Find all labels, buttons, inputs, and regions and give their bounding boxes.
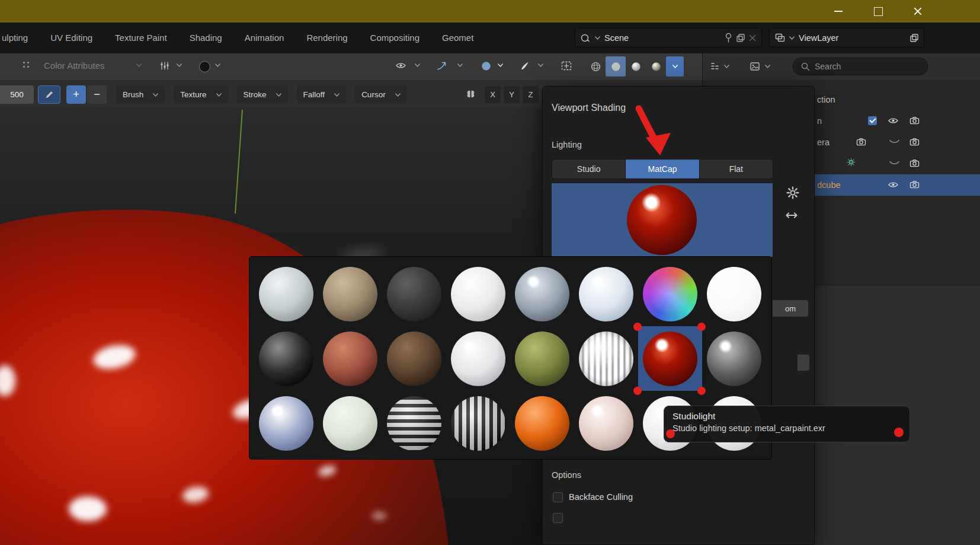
matcap-orange[interactable] xyxy=(510,391,574,455)
matcap-brick[interactable] xyxy=(318,326,382,391)
shading-solid-button[interactable] xyxy=(606,56,626,77)
chevron-down-icon[interactable] xyxy=(538,63,543,67)
annotate-button[interactable] xyxy=(38,85,60,104)
new-scene-icon[interactable] xyxy=(736,34,745,42)
matcap-brown[interactable] xyxy=(382,326,446,391)
workspace-tab-uv-editing[interactable]: UV Editing xyxy=(39,23,104,53)
matcap-soft-white[interactable] xyxy=(446,262,510,326)
maximize-icon xyxy=(874,7,883,16)
studiolight-preferences-button[interactable] xyxy=(786,186,799,199)
matcap-silver[interactable] xyxy=(254,262,318,326)
matcap-pearl-grooved[interactable] xyxy=(574,326,638,391)
falloff-options-icon[interactable] xyxy=(160,61,169,71)
matcap-dark-rim[interactable] xyxy=(254,326,318,391)
workspace-tab-animation[interactable]: Animation xyxy=(233,23,296,53)
mirror-axis-z[interactable]: Z xyxy=(523,86,539,103)
chevron-down-icon[interactable] xyxy=(177,63,182,67)
viewlayer-selector[interactable]: ViewLayer xyxy=(769,28,924,47)
matcap-carpaint-red[interactable] xyxy=(638,326,702,391)
flip-matcap-button[interactable] xyxy=(784,211,799,219)
tool-dropdown-brush[interactable]: Brush xyxy=(116,85,165,104)
matcap-normal[interactable] xyxy=(638,262,702,326)
matcap-charcoal[interactable] xyxy=(382,262,446,326)
popup-checkbox-partial[interactable] xyxy=(553,513,563,523)
matcap-flat-white[interactable] xyxy=(702,262,766,326)
chevron-down-icon[interactable] xyxy=(415,63,420,67)
eye-closed-icon[interactable] xyxy=(889,139,899,144)
window-maximize-button[interactable] xyxy=(864,0,892,23)
workspace-tab-rendering[interactable]: Rendering xyxy=(295,23,358,53)
render-region-icon[interactable] xyxy=(561,61,572,71)
wireframe-icon xyxy=(591,62,601,72)
pin-icon[interactable] xyxy=(725,33,732,43)
eye-open-icon[interactable] xyxy=(888,117,898,124)
backface-culling-checkbox[interactable] xyxy=(553,492,563,502)
matcap-preview[interactable] xyxy=(552,183,773,257)
radius-field[interactable]: 500 xyxy=(0,85,34,104)
matcap-grey-metal[interactable] xyxy=(702,326,766,391)
search-icon xyxy=(800,62,810,71)
chevron-down-icon[interactable] xyxy=(498,63,503,67)
lighting-mode-flat[interactable]: Flat xyxy=(700,160,773,179)
shading-popup-toggle[interactable] xyxy=(666,56,684,77)
unlink-scene-icon[interactable] xyxy=(749,34,756,42)
color-swatch[interactable] xyxy=(199,61,210,72)
outliner-search[interactable]: Search xyxy=(793,58,928,75)
xray-brush-icon[interactable] xyxy=(520,61,530,71)
tool-dropdown-stroke[interactable]: Stroke xyxy=(237,85,288,104)
matcap-pale-green[interactable] xyxy=(318,391,382,455)
tooltip-title: Studiolight xyxy=(672,411,901,422)
matcap-olive[interactable] xyxy=(510,326,574,391)
mirror-axis-y[interactable]: Y xyxy=(504,86,520,103)
partial-button[interactable]: om xyxy=(773,300,808,317)
camera-icon[interactable] xyxy=(909,138,920,146)
camera-icon[interactable] xyxy=(909,116,920,125)
matcap-steel[interactable] xyxy=(510,262,574,326)
chevron-down-icon[interactable] xyxy=(765,65,770,68)
tool-dropdown-cursor[interactable]: Cursor xyxy=(355,85,407,104)
scene-selector[interactable]: Scene xyxy=(575,28,762,47)
camera-icon[interactable] xyxy=(909,159,920,167)
eye-closed-icon[interactable] xyxy=(889,160,899,165)
workspace-tab-shading[interactable]: Shading xyxy=(178,23,233,53)
lighting-mode-matcap[interactable]: MatCap xyxy=(626,160,699,179)
eye-open-icon[interactable] xyxy=(888,181,898,188)
workspace-tab-ulpting[interactable]: ulpting xyxy=(0,23,39,53)
matcap-ceramic-blue[interactable] xyxy=(574,262,638,326)
matcap-ceramic-white[interactable] xyxy=(446,326,510,391)
window-close-button[interactable] xyxy=(904,0,931,23)
collection-checkbox-icon[interactable] xyxy=(868,116,877,125)
workspace-tab-geomet[interactable]: Geomet xyxy=(431,23,485,53)
tool-dropdown-texture[interactable]: Texture xyxy=(174,85,228,104)
outliner-display-icon[interactable] xyxy=(710,62,719,70)
overlays-icon[interactable] xyxy=(481,61,491,71)
matcap-clay[interactable] xyxy=(318,262,382,326)
visibility-icon[interactable] xyxy=(396,62,406,69)
partial-button-fragment[interactable] xyxy=(798,355,809,371)
gizmo-icon[interactable] xyxy=(437,61,447,71)
shading-wireframe-button[interactable] xyxy=(585,56,606,77)
shading-material-button[interactable] xyxy=(626,56,646,77)
matcap-rose[interactable] xyxy=(574,391,638,455)
mirror-axis-x[interactable]: X xyxy=(485,86,501,103)
chevron-down-icon[interactable] xyxy=(215,63,220,67)
tool-dropdown-falloff[interactable]: Falloff xyxy=(297,85,347,104)
subtract-button[interactable]: − xyxy=(87,85,107,104)
workspace-tab-compositing[interactable]: Compositing xyxy=(359,23,431,53)
chevron-down-icon[interactable] xyxy=(136,63,142,67)
matcap-blue-pearl[interactable] xyxy=(254,391,318,455)
chevron-down-icon[interactable] xyxy=(457,63,463,67)
matcap-sphere xyxy=(579,396,633,451)
lighting-mode-studio[interactable]: Studio xyxy=(552,160,626,179)
workspace-tab-texture-paint[interactable]: Texture Paint xyxy=(104,23,178,53)
add-button[interactable]: + xyxy=(66,85,86,104)
matcap-stripes-vertical[interactable] xyxy=(446,391,510,455)
matcap-stripes-horizontal[interactable] xyxy=(382,391,446,455)
window-minimize-button[interactable] xyxy=(825,0,852,23)
camera-icon[interactable] xyxy=(909,180,920,189)
shading-rendered-button[interactable] xyxy=(646,56,666,77)
filter-icon[interactable] xyxy=(750,62,760,71)
viewlayer-name: ViewLayer xyxy=(799,33,838,43)
chevron-down-icon[interactable] xyxy=(724,65,729,68)
new-viewlayer-icon[interactable] xyxy=(910,34,918,42)
